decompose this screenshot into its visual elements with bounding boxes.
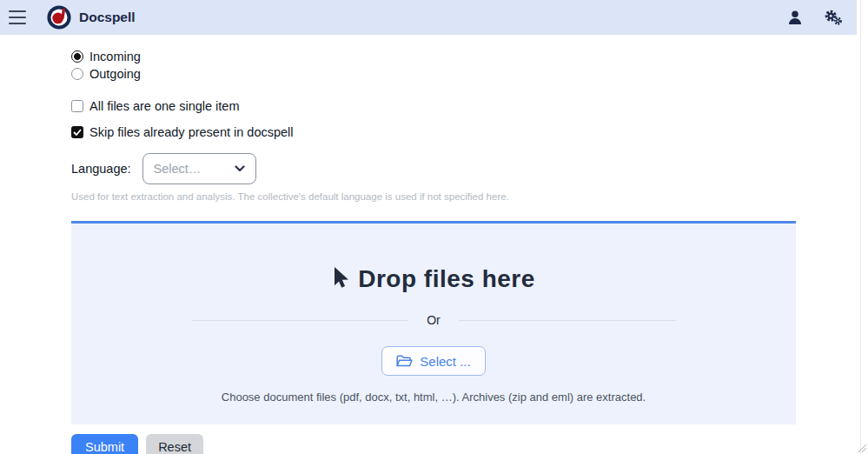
docspell-logo-icon xyxy=(46,4,72,30)
file-dropzone[interactable]: Drop files here Or Select ... Choose doc… xyxy=(71,221,796,424)
form-actions: Submit Reset xyxy=(71,434,796,454)
radio-incoming-control[interactable] xyxy=(71,50,83,63)
topbar: Docspell xyxy=(0,0,857,35)
radio-incoming-label: Incoming xyxy=(89,50,141,63)
direction-radio-group: Incoming Outgoing xyxy=(71,48,796,83)
skip-files-checkbox-row[interactable]: Skip files already present in docspell xyxy=(71,125,796,139)
divider-line xyxy=(459,320,676,321)
language-label: Language: xyxy=(71,162,131,176)
reset-button[interactable]: Reset xyxy=(146,434,203,454)
drop-title: Drop files here xyxy=(358,265,535,293)
or-label: Or xyxy=(427,313,441,327)
menu-icon[interactable] xyxy=(9,10,26,24)
language-help-text: Used for text extraction and analysis. T… xyxy=(71,191,796,202)
single-item-checkbox-row[interactable]: All files are one single item xyxy=(71,99,796,113)
radio-outgoing-control[interactable] xyxy=(71,68,83,80)
resize-grip[interactable] xyxy=(856,442,866,452)
select-files-button-label: Select ... xyxy=(420,354,470,369)
radio-outgoing[interactable]: Outgoing xyxy=(71,65,796,83)
folder-open-icon xyxy=(396,355,413,368)
mouse-pointer-icon xyxy=(332,267,349,291)
radio-outgoing-label: Outgoing xyxy=(89,67,141,81)
upload-form: Incoming Outgoing All files are one sing… xyxy=(71,35,796,454)
skip-files-checkbox[interactable] xyxy=(71,126,83,138)
radio-incoming[interactable]: Incoming xyxy=(71,48,796,65)
drop-hint: Choose document files (pdf, docx, txt, h… xyxy=(222,391,646,404)
single-item-checkbox-label: All files are one single item xyxy=(89,99,239,113)
single-item-checkbox[interactable] xyxy=(71,100,83,112)
language-select[interactable]: Select… xyxy=(142,153,256,184)
submit-button[interactable]: Submit xyxy=(71,434,138,454)
chevron-down-icon xyxy=(235,165,245,172)
drop-title-row: Drop files here xyxy=(332,265,535,293)
divider-line xyxy=(192,320,409,321)
brand[interactable]: Docspell xyxy=(46,4,136,30)
skip-files-checkbox-label: Skip files already present in docspell xyxy=(89,125,294,139)
app-title: Docspell xyxy=(79,10,136,25)
or-divider: Or xyxy=(192,313,676,327)
app-viewport: Docspell xyxy=(0,0,861,454)
user-icon[interactable] xyxy=(784,6,806,29)
language-row: Language: Select… xyxy=(71,153,796,184)
select-files-button[interactable]: Select ... xyxy=(381,346,485,376)
language-select-value: Select… xyxy=(154,162,235,176)
settings-cogs-icon[interactable] xyxy=(822,6,845,29)
